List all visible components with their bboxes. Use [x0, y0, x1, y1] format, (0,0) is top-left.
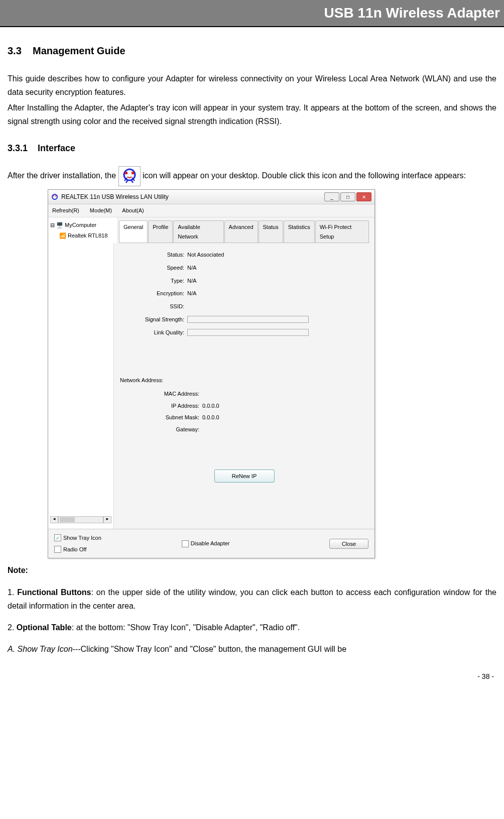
- close-window-button[interactable]: ✕: [356, 192, 371, 201]
- ip-label: IP Address:: [119, 401, 199, 411]
- section-heading: 3.3 Management Guide: [8, 42, 496, 59]
- checkbox-icon: [182, 540, 189, 547]
- link-quality-bar: [187, 329, 309, 336]
- subsection-title: Interface: [38, 143, 75, 153]
- signal-strength-bar: [187, 316, 309, 323]
- paragraph: After Installing the Adapter, the Adapte…: [8, 101, 496, 128]
- item-text: : at the bottom: "Show Tray Icon", "Disa…: [72, 623, 300, 632]
- text: After the driver installation, the: [8, 171, 118, 180]
- radio-off-checkbox[interactable]: Radio Off: [54, 545, 101, 554]
- tree-root-label: MyComputer: [65, 220, 96, 230]
- item-italic: A. Show Tray Icon: [8, 645, 73, 653]
- checkbox-icon: [54, 546, 61, 553]
- encryption-value: N/A: [187, 289, 196, 298]
- adapter-desktop-icon: [118, 166, 141, 186]
- subsection-heading: 3.3.1 Interface: [8, 141, 496, 156]
- tab-general[interactable]: General: [119, 220, 148, 243]
- menu-mode[interactable]: Mode(M): [90, 207, 112, 213]
- device-tree-panel: ⊟ 🖥️ MyComputer 📶 Realtek RTL818 ◄ ►: [48, 217, 114, 529]
- section-number: 3.3: [8, 45, 22, 56]
- computer-icon: 🖥️: [56, 220, 63, 230]
- link-quality-label: Link Quality:: [119, 328, 184, 337]
- menu-bar: Refresh(R) Mode(M) About(A): [48, 204, 374, 217]
- type-label: Type:: [119, 276, 184, 286]
- network-address-title: Network Address:: [120, 376, 369, 385]
- tree-root-node[interactable]: ⊟ 🖥️ MyComputer: [50, 220, 115, 230]
- tree-expand-icon[interactable]: ⊟: [50, 220, 55, 230]
- show-tray-label: Show Tray Icon: [63, 533, 101, 543]
- tab-advanced[interactable]: Advanced: [224, 220, 258, 243]
- section-title: Management Guide: [33, 45, 125, 56]
- signal-strength-label: Signal Strength:: [119, 315, 184, 324]
- note-item-2: 2. Optional Table: at the bottom: "Show …: [8, 621, 496, 634]
- svg-rect-5: [53, 195, 54, 196]
- note-item-3: A. Show Tray Icon---Clicking "Show Tray …: [8, 642, 496, 656]
- svg-point-4: [52, 194, 57, 199]
- tab-status[interactable]: Status: [259, 220, 283, 243]
- renew-ip-button[interactable]: ReNew IP: [214, 470, 275, 483]
- paragraph: This guide describes how to configure yo…: [8, 72, 496, 99]
- window-title: REALTEK 11n USB Wireless LAN Utility: [61, 192, 324, 202]
- item-bold: Functional Buttons: [17, 588, 91, 597]
- bottom-options-bar: ✓Show Tray Icon Radio Off Disable Adapte…: [48, 529, 374, 558]
- status-label: Status:: [119, 250, 184, 260]
- tree-child-node[interactable]: 📶 Realtek RTL818: [59, 231, 115, 241]
- maximize-button[interactable]: □: [340, 192, 355, 201]
- adapter-icon: 📶: [59, 231, 66, 241]
- scroll-right-icon[interactable]: ►: [103, 516, 111, 523]
- svg-rect-6: [55, 195, 56, 196]
- svg-rect-3: [132, 172, 134, 174]
- document-header: USB 11n Wireless Adapter: [0, 0, 504, 27]
- close-button[interactable]: Close: [329, 539, 368, 549]
- gateway-label: Gateway:: [119, 425, 199, 434]
- app-icon: [51, 193, 58, 200]
- scroll-left-icon[interactable]: ◄: [50, 516, 58, 523]
- mask-value: 0.0.0.0: [202, 413, 219, 422]
- mac-label: MAC Address:: [119, 389, 199, 399]
- window-titlebar: REALTEK 11n USB Wireless LAN Utility _ □…: [48, 190, 374, 204]
- menu-refresh[interactable]: Refresh(R): [52, 207, 79, 213]
- item-prefix: 1.: [8, 588, 17, 597]
- main-panel: General Profile Available Network Advanc…: [114, 217, 374, 529]
- note-label: Note:: [8, 563, 496, 577]
- tab-statistics[interactable]: Statistics: [284, 220, 315, 243]
- svg-rect-2: [125, 172, 128, 174]
- horizontal-scrollbar[interactable]: ◄ ►: [48, 514, 113, 525]
- ssid-label: SSID:: [119, 302, 184, 311]
- paragraph: After the driver installation, the icon …: [8, 166, 496, 186]
- mask-label: Subnet Mask:: [119, 413, 199, 422]
- menu-about[interactable]: About(A): [122, 207, 144, 213]
- status-value: Not Associated: [187, 250, 224, 260]
- text: icon will appear on your desktop. Double…: [143, 171, 466, 180]
- encryption-label: Encryption:: [119, 289, 184, 298]
- tab-profile[interactable]: Profile: [148, 220, 173, 243]
- disable-adapter-checkbox[interactable]: Disable Adapter: [182, 539, 230, 548]
- tree-child-label: Realtek RTL818: [68, 231, 107, 241]
- disable-adapter-label: Disable Adapter: [191, 539, 230, 548]
- note-item-1: 1. Functional Buttons: on the upper side…: [8, 586, 496, 613]
- type-value: N/A: [187, 276, 196, 286]
- checkbox-icon: ✓: [54, 534, 61, 541]
- utility-screenshot: REALTEK 11n USB Wireless LAN Utility _ □…: [48, 189, 375, 558]
- speed-label: Speed:: [119, 263, 184, 273]
- item-prefix: 2.: [8, 623, 17, 632]
- item-text: ---Clicking "Show Tray Icon" and "Close"…: [73, 645, 347, 653]
- show-tray-icon-checkbox[interactable]: ✓Show Tray Icon: [54, 533, 101, 543]
- subsection-number: 3.3.1: [8, 143, 28, 153]
- tab-bar: General Profile Available Network Advanc…: [119, 220, 369, 243]
- page-number: - 38 -: [8, 671, 496, 683]
- minimize-button[interactable]: _: [324, 192, 339, 201]
- item-bold: Optional Table: [17, 623, 72, 632]
- speed-value: N/A: [187, 263, 196, 273]
- ip-value: 0.0.0.0: [202, 401, 219, 411]
- radio-off-label: Radio Off: [63, 545, 86, 554]
- tab-wps[interactable]: Wi-Fi Protect Setup: [315, 220, 369, 243]
- tab-available-network[interactable]: Available Network: [173, 220, 223, 243]
